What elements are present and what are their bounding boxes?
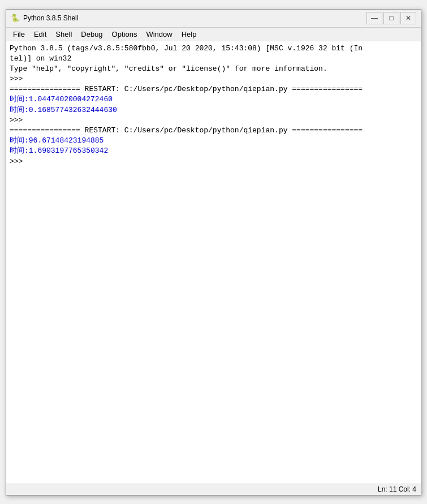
cursor-position: Ln: 11 Col: 4 <box>378 485 416 493</box>
shell-line: >>> <box>10 115 417 126</box>
shell-line: >>> <box>10 74 417 84</box>
main-window: 🐍 Python 3.8.5 Shell — □ ✕ File Edit She… <box>6 9 421 496</box>
menu-file[interactable]: File <box>8 29 29 40</box>
menu-options[interactable]: Options <box>107 29 142 40</box>
shell-line: 时间:1.04474020004272460 <box>10 94 417 105</box>
menu-help[interactable]: Help <box>177 29 201 40</box>
close-button[interactable]: ✕ <box>400 12 416 24</box>
menu-shell[interactable]: Shell <box>51 29 76 40</box>
shell-line: ================ RESTART: C:/Users/pc/De… <box>10 84 417 94</box>
shell-line: ================ RESTART: C:/Users/pc/De… <box>10 126 417 136</box>
shell-line: Type "help", "copyright", "credits" or "… <box>10 64 417 74</box>
shell-line: Python 3.8.5 (tags/v3.8.5:580fbb0, Jul 2… <box>10 44 417 64</box>
menu-debug[interactable]: Debug <box>76 29 107 40</box>
minimize-button[interactable]: — <box>366 12 382 24</box>
app-icon: 🐍 <box>11 14 20 23</box>
window-controls: — □ ✕ <box>366 12 416 24</box>
title-bar: 🐍 Python 3.8.5 Shell — □ ✕ <box>6 10 421 28</box>
menu-window[interactable]: Window <box>141 29 176 40</box>
maximize-button[interactable]: □ <box>383 12 399 24</box>
shell-line: 时间:96.67148423194885 <box>10 136 417 146</box>
window-title: Python 3.8.5 Shell <box>23 14 366 22</box>
shell-line: >>> <box>10 157 417 167</box>
shell-line: 时间:0.168577432632444630 <box>10 105 417 115</box>
shell-output[interactable]: Python 3.8.5 (tags/v3.8.5:580fbb0, Jul 2… <box>6 41 421 484</box>
shell-line: 时间:1.6903197765350342 <box>10 146 417 156</box>
status-bar: Ln: 11 Col: 4 <box>6 484 421 495</box>
menu-edit[interactable]: Edit <box>29 29 51 40</box>
menu-bar: File Edit Shell Debug Options Window Hel… <box>6 28 421 41</box>
